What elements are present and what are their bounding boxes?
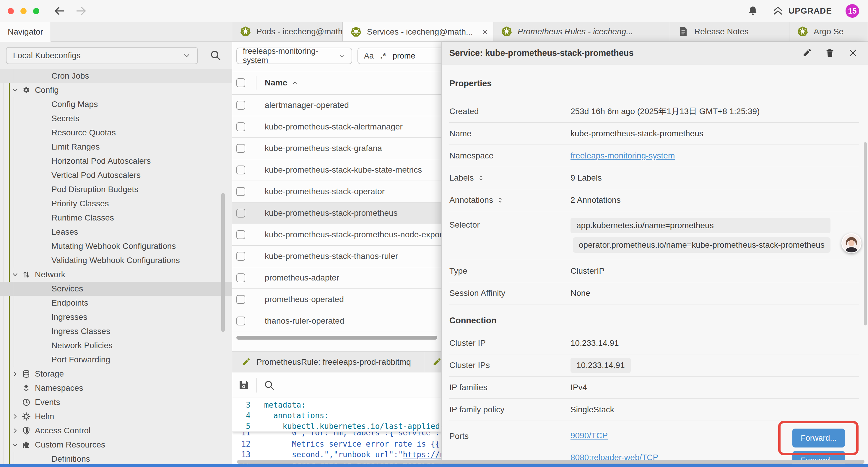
tree-chevron-icon[interactable] (11, 271, 19, 279)
row-checkbox[interactable] (236, 317, 245, 325)
tree-chevron-icon[interactable] (11, 427, 19, 435)
tree-chevron-icon[interactable] (11, 86, 19, 94)
namespace-link[interactable]: freeleaps-monitoring-system (570, 151, 675, 160)
name-column-header[interactable]: Name (265, 78, 287, 87)
row-checkbox[interactable] (236, 273, 245, 282)
table-row[interactable]: alertmanager-operated (232, 95, 441, 116)
sidebar-item[interactable]: Config Maps (0, 97, 232, 111)
tab-close-icon[interactable]: × (482, 27, 488, 37)
row-checkbox[interactable] (236, 209, 245, 217)
row-checkbox[interactable] (236, 295, 245, 304)
user-avatar[interactable] (841, 233, 862, 253)
sidebar-item[interactable]: Validating Webhook Configurations (0, 253, 232, 267)
row-checkbox[interactable] (236, 101, 245, 110)
namespace-select[interactable]: freeleaps-monitoring-system (236, 48, 352, 64)
document-tab[interactable]: Pods - icecheng@mathmas... (232, 22, 343, 41)
table-row[interactable]: thanos-ruler-operated (232, 310, 441, 332)
upgrade-button[interactable]: UPGRADE (772, 5, 832, 17)
filter-search-input[interactable]: Aa .* prome (358, 48, 441, 64)
table-row[interactable]: kube-prometheus-stack-grafana (232, 138, 441, 159)
code-link[interactable]: https://net (403, 450, 441, 459)
editor-tab[interactable]: PrometheusRule: freeleaps-prod-rabbitmq (232, 352, 424, 372)
document-tab[interactable]: Services - icecheng@math... × (343, 22, 493, 41)
sidebar-item[interactable]: Pod Disruption Budgets (0, 182, 232, 197)
horizontal-scrollbar[interactable] (236, 336, 437, 340)
table-row[interactable]: kube-prometheus-stack-prometheus-node-ex… (232, 224, 441, 245)
sidebar-item[interactable]: Leases (0, 225, 232, 239)
sort-ascending-icon[interactable] (291, 79, 299, 86)
sidebar-item[interactable]: Network Policies (0, 339, 232, 353)
sidebar-item[interactable]: Limit Ranges (0, 140, 232, 154)
notification-count-badge[interactable]: 15 (845, 4, 859, 18)
save-icon[interactable] (238, 379, 250, 391)
sidebar-item[interactable]: Horizontal Pod Autoscalers (0, 154, 232, 168)
sidebar-item[interactable]: Definitions (0, 452, 232, 464)
match-case-icon[interactable]: Aa (364, 52, 374, 61)
document-tab[interactable]: Prometheus Rules - icecheng... (493, 22, 670, 41)
tree-chevron-icon[interactable] (11, 441, 19, 449)
close-window-button[interactable] (8, 8, 14, 14)
sidebar-item[interactable]: Secrets (0, 111, 232, 126)
sidebar-item[interactable]: Events (0, 395, 232, 409)
sidebar-item[interactable]: Endpoints (0, 296, 232, 310)
port-link[interactable]: 9090/TCP (570, 431, 658, 440)
document-tab[interactable]: Argo Se (789, 22, 868, 41)
sidebar-item[interactable]: Runtime Classes (0, 211, 232, 225)
table-row[interactable]: kube-prometheus-stack-alertmanager (232, 116, 441, 138)
expand-annotations-icon[interactable] (497, 197, 504, 204)
back-icon[interactable] (54, 5, 65, 17)
sidebar-item[interactable]: Network (0, 267, 232, 282)
sidebar-item[interactable]: Resource Quotas (0, 126, 232, 140)
sidebar-item[interactable]: Config (0, 83, 232, 97)
yaml-editor[interactable]: 3 metadata: 4 annotations: 5 kubectl.kub… (232, 398, 441, 464)
select-all-checkbox[interactable] (236, 78, 245, 87)
sidebar-item[interactable]: Mutating Webhook Configurations (0, 239, 232, 253)
sidebar-item[interactable]: Priority Classes (0, 197, 232, 211)
sidebar-item[interactable]: Ingresses (0, 310, 232, 324)
row-checkbox[interactable] (236, 252, 245, 261)
navigator-panel-tab[interactable]: Navigator (0, 22, 51, 42)
row-checkbox[interactable] (236, 166, 245, 174)
bottom-scrollbar-track[interactable] (237, 460, 864, 464)
table-row[interactable]: kube-prometheus-stack-prometheus (232, 202, 441, 224)
sidebar-search-icon[interactable] (210, 49, 221, 61)
notifications-bell-icon[interactable] (747, 5, 758, 17)
row-checkbox[interactable] (236, 230, 245, 239)
maximize-window-button[interactable] (33, 8, 39, 14)
tree-chevron-icon[interactable] (11, 413, 19, 420)
forward-icon[interactable] (75, 5, 87, 17)
sidebar-item[interactable]: Cron Jobs (0, 69, 232, 83)
delete-trash-icon[interactable] (825, 48, 835, 58)
sidebar-item[interactable]: Namespaces (0, 381, 232, 395)
sidebar-item[interactable]: Custom Resources (0, 438, 232, 452)
sidebar-item[interactable]: Access Control (0, 424, 232, 438)
forward-port-button[interactable]: Forward... (793, 429, 845, 447)
regex-icon[interactable]: .* (380, 52, 386, 61)
document-tab[interactable]: Release Notes (670, 22, 789, 41)
table-row[interactable]: kube-prometheus-stack-kube-state-metrics (232, 159, 441, 181)
expand-labels-icon[interactable] (477, 174, 485, 181)
row-checkbox[interactable] (236, 144, 245, 153)
edit-pencil-icon[interactable] (802, 48, 812, 58)
table-row[interactable]: kube-prometheus-stack-operator (232, 181, 441, 202)
sidebar-item[interactable]: Services (0, 282, 232, 296)
sidebar-item[interactable]: Storage (0, 367, 232, 381)
drawer-scrollbar[interactable] (864, 142, 867, 325)
kubeconfig-select[interactable]: Local Kubeconfigs (6, 47, 198, 64)
sidebar-scrollbar[interactable] (221, 193, 225, 332)
tree-chevron-icon[interactable] (11, 370, 19, 378)
close-icon[interactable] (848, 48, 858, 58)
sidebar-item[interactable]: Port Forwarding (0, 353, 232, 367)
sidebar-item[interactable]: Helm (0, 409, 232, 424)
table-row[interactable]: prometheus-operated (232, 289, 441, 310)
row-checkbox[interactable] (236, 187, 245, 196)
sidebar-item[interactable]: Vertical Pod Autoscalers (0, 168, 232, 182)
kubeconfig-select-value: Local Kubeconfigs (13, 51, 81, 60)
minimize-window-button[interactable] (20, 8, 27, 14)
sidebar-item[interactable]: Ingress Classes (0, 324, 232, 339)
table-row[interactable]: prometheus-adapter (232, 267, 441, 289)
table-row[interactable]: kube-prometheus-stack-thanos-ruler (232, 245, 441, 267)
editor-search-icon[interactable] (264, 380, 275, 391)
editor-tab-partial[interactable] (424, 352, 441, 372)
row-checkbox[interactable] (236, 122, 245, 131)
